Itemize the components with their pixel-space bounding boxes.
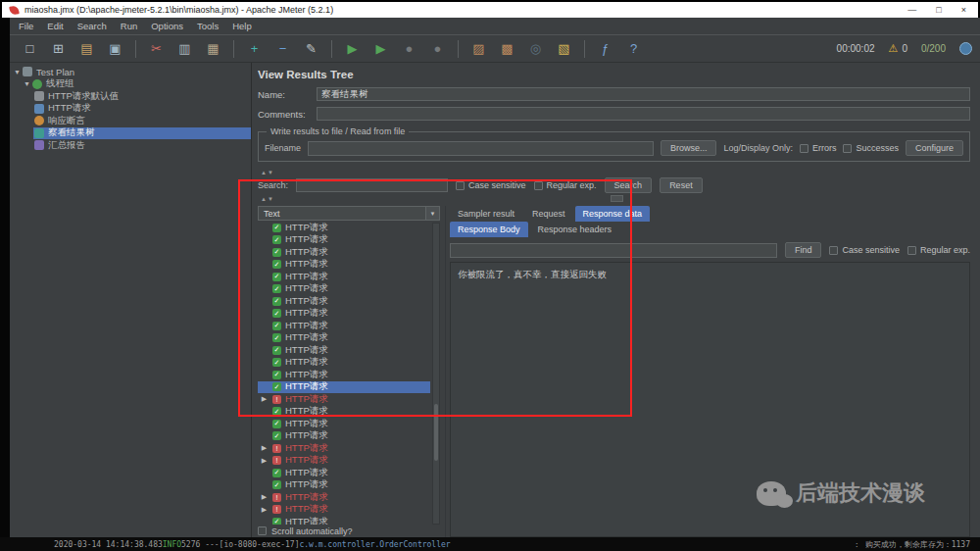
tree-item[interactable]: ▼Test Plan <box>10 66 251 78</box>
result-item[interactable]: ✓HTTP请求 <box>258 332 430 345</box>
errors-checkbox[interactable]: Errors <box>800 143 837 153</box>
shutdown-icon[interactable]: ● <box>423 38 452 60</box>
result-item[interactable]: ✓HTTP请求 <box>258 516 430 525</box>
name-input[interactable] <box>317 87 970 101</box>
tree-item[interactable]: ▼线程组 <box>10 78 251 91</box>
search-case-checkbox[interactable]: Case sensitive <box>456 180 526 190</box>
start-no-pauses-icon[interactable]: ▶ <box>367 38 395 60</box>
search-button[interactable]: Search <box>605 177 653 193</box>
search-regex-checkbox[interactable]: Regular exp. <box>534 180 597 190</box>
tree-item[interactable]: 察看结果树 <box>10 127 251 140</box>
tab-response-body[interactable]: Response Body <box>450 222 528 237</box>
tab-request[interactable]: Request <box>524 206 573 222</box>
configure-button[interactable]: Configure <box>906 140 963 156</box>
clear-icon[interactable]: ▨ <box>465 38 493 60</box>
splitter-collapse-handle[interactable] <box>611 195 623 202</box>
function-helper-icon[interactable]: ƒ <box>591 38 619 60</box>
expander-icon[interactable]: ▼ <box>23 80 31 87</box>
result-item[interactable]: ▶!HTTP请求 <box>258 455 430 468</box>
result-item[interactable]: ✓HTTP请求 <box>258 344 430 357</box>
tree-item[interactable]: 汇总报告 <box>10 139 251 152</box>
comments-input[interactable] <box>317 107 970 121</box>
search-icon[interactable]: ◎ <box>521 38 550 60</box>
result-item[interactable]: ✓HTTP请求 <box>258 479 430 492</box>
result-item[interactable]: ✓HTTP请求 <box>258 357 430 370</box>
find-button[interactable]: Find <box>785 242 822 258</box>
results-scrollbar[interactable] <box>432 223 440 525</box>
result-item[interactable]: ▶!HTTP请求 <box>258 442 430 455</box>
scrollbar-thumb[interactable] <box>434 404 438 461</box>
result-item[interactable]: ▶!HTTP请求 <box>258 504 430 517</box>
result-item[interactable]: ✓HTTP请求 <box>258 467 430 479</box>
result-item[interactable]: ✓HTTP请求 <box>258 295 430 308</box>
tab-response-data[interactable]: Response data <box>575 206 651 222</box>
tree-item[interactable]: HTTP请求默认值 <box>10 90 251 103</box>
close-button[interactable]: × <box>961 5 966 15</box>
new-file-icon[interactable]: □ <box>16 38 44 60</box>
splitter-handle-top[interactable]: ▲ ▼ <box>258 168 970 177</box>
menu-item-edit[interactable]: Edit <box>40 21 70 31</box>
splitter-handle-bottom[interactable]: ▲ ▼ <box>258 194 970 204</box>
expander-icon[interactable]: ▶ <box>260 457 269 465</box>
result-item[interactable]: ▶!HTTP请求 <box>258 491 430 504</box>
menu-item-run[interactable]: Run <box>114 21 144 31</box>
expand-icon[interactable]: + <box>240 38 269 60</box>
success-shield-icon: ✓ <box>272 248 281 257</box>
start-icon[interactable]: ▶ <box>338 38 367 60</box>
expander-icon[interactable]: ▼ <box>13 69 22 75</box>
maximize-button[interactable]: □ <box>936 5 941 15</box>
error-shield-icon: ! <box>272 395 281 404</box>
expander-icon[interactable]: ▶ <box>260 506 269 514</box>
result-item[interactable]: ✓HTTP请求 <box>258 308 430 321</box>
tree-item[interactable]: 响应断言 <box>10 115 251 127</box>
tab-sampler-result[interactable]: Sampler result <box>450 206 522 222</box>
result-item[interactable]: ✓HTTP请求 <box>258 320 430 332</box>
copy-icon[interactable]: ▥ <box>171 38 199 60</box>
search-input[interactable] <box>296 178 448 192</box>
result-item[interactable]: ✓HTTP请求 <box>258 246 430 259</box>
save-icon[interactable]: ▣ <box>101 38 129 60</box>
view-mode-select[interactable]: Text ▼ <box>258 206 440 221</box>
result-item[interactable]: ✓HTTP请求 <box>258 369 430 381</box>
stop-icon[interactable]: ● <box>395 38 423 60</box>
reset-button[interactable]: Reset <box>660 177 703 193</box>
result-item[interactable]: ✓HTTP请求 <box>258 381 430 394</box>
result-item[interactable]: ✓HTTP请求 <box>258 283 430 296</box>
result-item[interactable]: ✓HTTP请求 <box>258 259 430 272</box>
successes-checkbox[interactable]: Successes <box>843 143 899 153</box>
result-item[interactable]: ✓HTTP请求 <box>258 222 430 234</box>
expander-icon[interactable]: ▶ <box>260 493 269 501</box>
result-item[interactable]: ✓HTTP请求 <box>258 271 430 283</box>
result-item-label: HTTP请求 <box>285 331 328 344</box>
menu-item-search[interactable]: Search <box>71 21 114 31</box>
minimize-button[interactable]: — <box>907 5 916 15</box>
result-item[interactable]: ▶!HTTP请求 <box>258 393 430 406</box>
toggle-icon[interactable]: ✎ <box>297 38 325 60</box>
browse-button[interactable]: Browse... <box>661 140 717 156</box>
menu-item-options[interactable]: Options <box>144 21 190 31</box>
search-reset-icon[interactable]: ▧ <box>550 38 578 60</box>
menu-item-tools[interactable]: Tools <box>190 21 225 31</box>
scroll-automatically-checkbox[interactable]: Scroll automatically? <box>258 525 440 537</box>
menu-item-file[interactable]: File <box>12 21 40 31</box>
filename-input[interactable] <box>308 141 654 156</box>
clear-all-icon[interactable]: ▩ <box>493 38 521 60</box>
help-icon[interactable]: ? <box>619 38 648 60</box>
expander-icon[interactable]: ▶ <box>260 444 269 452</box>
menu-item-help[interactable]: Help <box>225 21 259 31</box>
open-file-icon[interactable]: ▤ <box>73 38 101 60</box>
templates-icon[interactable]: ⊞ <box>44 38 73 60</box>
collapse-icon[interactable]: − <box>269 38 297 60</box>
find-regex-checkbox[interactable]: Regular exp. <box>907 245 970 255</box>
expander-icon[interactable]: ▶ <box>260 395 269 403</box>
tab-response-headers[interactable]: Response headers <box>530 222 620 237</box>
result-item[interactable]: ✓HTTP请求 <box>258 234 430 247</box>
find-input[interactable] <box>450 243 777 258</box>
result-item[interactable]: ✓HTTP请求 <box>258 406 430 419</box>
tree-item[interactable]: HTTP请求 <box>10 103 251 116</box>
find-case-checkbox[interactable]: Case sensitive <box>829 245 900 255</box>
cut-icon[interactable]: ✂ <box>142 38 171 60</box>
paste-icon[interactable]: ▦ <box>199 38 227 60</box>
result-item[interactable]: ✓HTTP请求 <box>258 418 430 430</box>
result-item[interactable]: ✓HTTP请求 <box>258 430 430 443</box>
